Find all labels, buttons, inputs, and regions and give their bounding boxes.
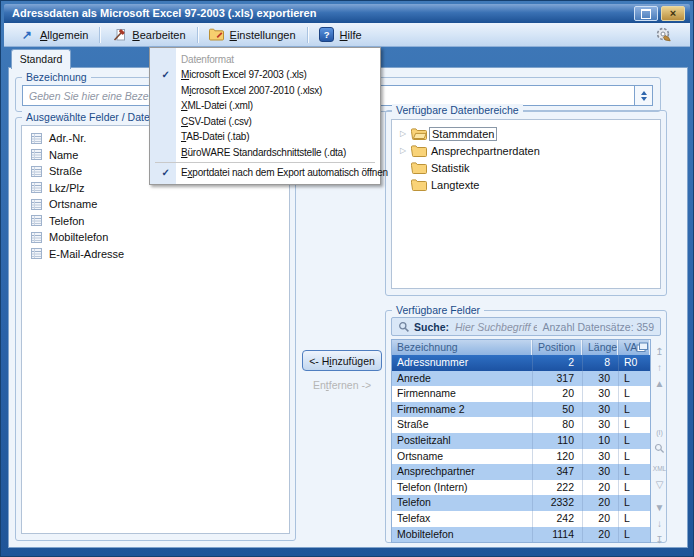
close-icon: × [670,8,676,19]
menu-item-microsoft-excel-97-2003-xls[interactable]: ✓Microsoft Excel 97-2003 (.xls) [150,67,380,83]
tab-standard[interactable]: Standard [11,49,71,69]
cell-laenge: 20 [582,480,618,496]
field-grid-icon [31,166,42,177]
cell-position: 110 [532,433,582,449]
tree-item-stammdaten[interactable]: ▷Stammdaten [392,125,660,142]
column-header-position[interactable]: Position [532,340,582,355]
available-fields-group-label: Verfügbare Felder [392,304,484,316]
close-button[interactable]: × [661,6,685,21]
folder-icon [411,179,429,191]
menu-hilfe[interactable]: ?Hilfe [310,25,371,44]
menu-item-exportdatei-nach-dem-export-automatisch-ffnen[interactable]: ✓Exportdatei nach dem Export automatisch… [150,165,380,181]
menu-bearbeiten[interactable]: Bearbeiten [102,25,194,44]
column-header-l-nge[interactable]: Länge [582,340,618,355]
arrow-up-right-icon: ↗ [19,27,35,42]
cell-va: L [618,511,650,527]
data-areas-tree: ▷Stammdaten▷AnsprechpartnerdatenStatisti… [391,119,661,289]
table-row-adressnummer[interactable]: Adressnummer28R0 [392,355,650,371]
move-down-icon[interactable]: ↓ [652,517,667,532]
spinner-up-icon [641,91,647,95]
cell-laenge: 30 [582,417,618,433]
copy-window-icon[interactable] [636,342,648,355]
table-row-mobiltelefon[interactable]: Mobiltelefon111420L [392,527,650,543]
search-bar[interactable]: Suche: Anzahl Datensätze: 359 [391,317,661,336]
folder-icon [411,128,429,140]
cell-va: L [618,386,650,402]
restore-button[interactable] [634,6,658,21]
column-header-bezeichnung[interactable]: Bezeichnung [392,340,532,355]
menu-separator-line [155,162,375,163]
spinner-button[interactable] [634,86,652,105]
search-label: Suche: [414,321,449,333]
selected-fields-listbox: Adr.-Nr.NameStraßeLkz/PlzOrtsnameTelefon… [21,125,290,534]
table-row-ortsname[interactable]: Ortsname12030L [392,449,650,465]
menu-item-csv-datei-csv[interactable]: CSV-Datei (.csv) [150,114,380,130]
remove-button[interactable]: Entfernen -> [302,379,382,391]
cell-position: 2332 [532,495,582,511]
table-row-ansprechpartner[interactable]: Ansprechpartner34730L [392,464,650,480]
cell-bezeichnung: Telefon (Intern) [392,480,532,496]
table-row-firmenname[interactable]: Firmenname2030L [392,386,650,402]
expand-arrow-icon[interactable]: ▷ [400,129,411,138]
checkmark-icon: ✓ [150,167,181,178]
fields-table-header: BezeichnungPositionLängeVA [392,340,650,355]
scroll-up-icon[interactable]: ▲ [652,377,667,392]
cell-bezeichnung: Postleitzahl [392,433,532,449]
table-row-telefon[interactable]: Telefon233220L [392,495,650,511]
brackets-icon[interactable]: (I) [652,425,667,440]
search-input[interactable] [453,320,538,334]
fields-table-body: Adressnummer28R0Anrede31730LFirmenname20… [392,355,650,542]
tree-item-statistik[interactable]: Statistik [392,159,660,176]
filter-icon[interactable]: ▽ [652,478,667,493]
scroll-down-icon[interactable]: ▼ [652,501,667,516]
cell-laenge: 30 [582,464,618,480]
cell-bezeichnung: Firmenname [392,386,532,402]
tree-item-langtexte[interactable]: Langtexte [392,176,660,193]
selected-field-ortsname[interactable]: Ortsname [22,196,289,213]
cell-laenge: 30 [582,386,618,402]
menu-separator [99,27,100,43]
add-button[interactable]: <- Hinzufügen [302,350,382,371]
selected-field-label: Lkz/Plz [49,182,84,194]
move-up-icon[interactable]: ↑ [652,361,667,376]
selected-field-label: Telefon [49,215,84,227]
menu-item-tab-datei-tab[interactable]: TAB-Datei (.tab) [150,129,380,145]
cell-laenge: 8 [582,355,618,371]
cell-position: 50 [532,402,582,418]
table-row-telefon-intern[interactable]: Telefon (Intern)22220L [392,480,650,496]
cell-va: L [618,417,650,433]
cell-laenge: 20 [582,527,618,543]
cell-bezeichnung: Telefon [392,495,532,511]
cell-position: 20 [532,386,582,402]
selected-field-e-mail-adresse[interactable]: E-Mail-Adresse [22,246,289,263]
table-row-anrede[interactable]: Anrede31730L [392,371,650,387]
menu-einstellungen[interactable]: Einstellungen [200,25,305,44]
table-row-stra-e[interactable]: Straße8030L [392,417,650,433]
search-icon [398,321,410,333]
magnifier-icon[interactable] [652,443,667,458]
folder-tools-icon [209,27,225,42]
selected-field-mobiltelefon[interactable]: Mobiltelefon [22,229,289,246]
tree-item-ansprechpartnerdaten[interactable]: ▷Ansprechpartnerdaten [392,142,660,159]
selected-field-label: E-Mail-Adresse [49,248,124,260]
selected-field-telefon[interactable]: Telefon [22,213,289,230]
expand-arrow-icon[interactable]: ▷ [400,146,411,155]
menu-allgemein[interactable]: ↗Allgemein [10,25,97,44]
menu-item-b-roware-standardschnittstelle-dta[interactable]: BüroWARE Standardschnittstelle (.dta) [150,145,380,161]
xml-icon[interactable]: XML [652,461,667,476]
checkmark-icon: ✓ [150,69,181,80]
jump-first-icon[interactable]: ↥ [652,345,667,360]
jump-last-icon[interactable]: ↧ [652,533,667,548]
gear-icon[interactable] [654,25,674,45]
table-row-telefax[interactable]: Telefax24220L [392,511,650,527]
cell-laenge: 30 [582,449,618,465]
titlebar: Adressdaten als Microsoft Excel 97-2003 … [4,4,690,23]
table-row-postleitzahl[interactable]: Postleitzahl11010L [392,433,650,449]
cell-position: 2 [532,355,582,371]
hammer-icon [111,27,127,42]
menu-item-xml-datei-xml[interactable]: XML-Datei (.xml) [150,98,380,114]
table-row-firmenname-2[interactable]: Firmenname 25030L [392,402,650,418]
menu-item-microsoft-excel-2007-2010-xlsx[interactable]: Microsoft Excel 2007-2010 (.xlsx) [150,83,380,99]
cell-bezeichnung: Ortsname [392,449,532,465]
tree-item-label: Statistik [429,162,472,174]
